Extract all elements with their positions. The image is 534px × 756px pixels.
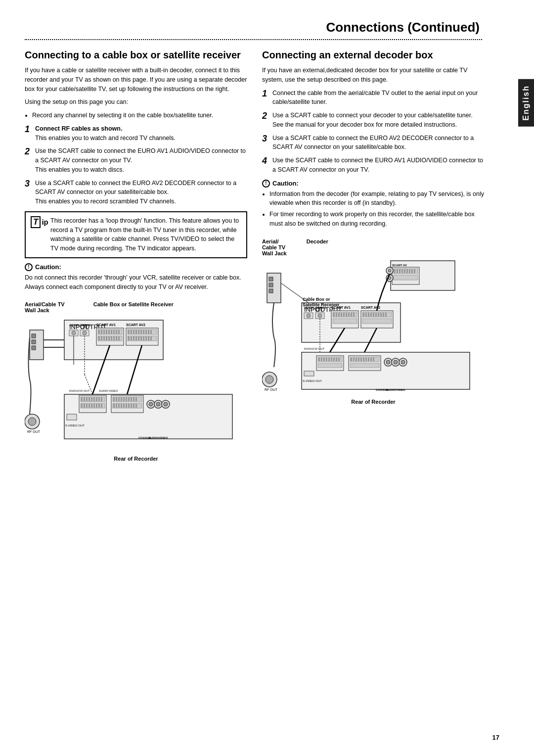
svg-rect-194 <box>328 358 330 361</box>
svg-rect-167 <box>346 313 347 317</box>
svg-rect-141 <box>406 269 408 273</box>
right-diagram-svg: SCART AV <box>262 258 485 397</box>
left-column: Connecting to a cable box or satellite r… <box>25 49 247 462</box>
svg-rect-191 <box>321 358 322 361</box>
svg-rect-69 <box>84 397 85 401</box>
svg-rect-177 <box>368 313 369 317</box>
svg-rect-100 <box>116 404 117 408</box>
step-text: Use a SCART cable to connect your decode… <box>272 111 473 130</box>
svg-rect-59 <box>148 336 149 340</box>
caution-title: ! Caution: <box>262 180 485 188</box>
svg-rect-136 <box>394 269 396 273</box>
svg-text:AUDIO/VIDEO: AUDIO/VIDEO <box>148 436 168 439</box>
svg-rect-182 <box>380 313 382 317</box>
svg-rect-57 <box>143 336 144 340</box>
svg-rect-203 <box>353 358 355 361</box>
svg-rect-189 <box>318 363 342 368</box>
svg-rect-209 <box>368 358 369 361</box>
svg-rect-24 <box>111 330 112 334</box>
svg-text:VIDEO: VIDEO <box>109 389 118 392</box>
svg-rect-85 <box>101 404 102 408</box>
left-step-3: 3 Use a SCART cable to connect the EURO … <box>25 179 247 206</box>
svg-rect-105 <box>128 404 130 408</box>
svg-rect-2 <box>32 340 36 344</box>
svg-rect-190 <box>318 358 320 361</box>
svg-rect-29 <box>101 336 102 340</box>
caution-icon: ! <box>262 180 270 188</box>
right-diagram-labels: Aerial/ Cable TV Wall Jack Decoder <box>262 238 485 256</box>
svg-rect-75 <box>98 397 100 401</box>
svg-rect-83 <box>96 404 97 408</box>
svg-text:AUDIO/VIDEO: AUDIO/VIDEO <box>386 388 405 391</box>
svg-rect-97 <box>133 397 134 401</box>
svg-rect-166 <box>343 313 345 317</box>
step-num: 1 <box>25 124 33 135</box>
left-step-1: 1 Connect RF cables as shown. This enabl… <box>25 124 247 143</box>
svg-rect-201 <box>350 363 379 368</box>
svg-rect-50 <box>150 330 152 334</box>
svg-rect-82 <box>93 404 95 408</box>
list-item: Record any channel by selecting it on th… <box>32 111 247 120</box>
svg-rect-43 <box>133 330 134 334</box>
step-text: Use a SCART cable to connect the EURO AV… <box>35 179 247 206</box>
svg-rect-72 <box>91 397 92 401</box>
right-step-4: 4 Use the SCART cable to connect the EUR… <box>262 156 485 175</box>
svg-text:DVD/VCR OUT: DVD/VCR OUT <box>304 347 325 350</box>
svg-rect-202 <box>351 358 352 361</box>
svg-rect-41 <box>128 330 130 334</box>
svg-rect-20 <box>101 330 102 334</box>
svg-rect-60 <box>150 336 152 340</box>
svg-rect-210 <box>370 358 372 361</box>
svg-rect-198 <box>338 358 340 361</box>
svg-rect-49 <box>148 330 149 334</box>
list-item: For timer recording to work properly on … <box>269 210 485 229</box>
two-col-layout: Connecting to a cable box or satellite r… <box>25 49 482 462</box>
caution-title: ! Caution: <box>25 263 247 271</box>
svg-rect-84 <box>98 404 100 408</box>
svg-rect-21 <box>103 330 105 334</box>
svg-point-110 <box>149 402 153 406</box>
right-intro: If you have an external,dedicated decode… <box>262 66 485 85</box>
page-title: Connections (Continued) <box>25 20 509 35</box>
svg-rect-192 <box>323 358 325 361</box>
svg-rect-178 <box>370 313 372 317</box>
left-diagram-labels: Aerial/Cable TV Wall Jack Cable Box or S… <box>25 301 247 313</box>
step-text: Use the SCART cable to connect the EURO … <box>35 146 247 174</box>
svg-rect-35 <box>116 336 117 340</box>
svg-rect-42 <box>131 330 132 334</box>
svg-rect-44 <box>135 330 137 334</box>
svg-rect-89 <box>113 397 115 401</box>
svg-point-112 <box>156 402 160 406</box>
svg-rect-77 <box>81 404 83 408</box>
step-text: Connect RF cables as shown. This enables… <box>35 124 176 143</box>
svg-rect-170 <box>353 313 355 317</box>
svg-point-121 <box>28 418 36 425</box>
left-step-2: 2 Use the SCART cable to connect the EUR… <box>25 146 247 174</box>
english-tab: English <box>518 79 534 127</box>
svg-rect-129 <box>269 283 273 287</box>
svg-rect-225 <box>304 371 314 376</box>
svg-rect-183 <box>383 313 384 317</box>
step-num: 1 <box>262 89 270 99</box>
step-text: Use a SCART cable to connect the EURO AV… <box>272 134 485 152</box>
right-diagram-container: Aerial/ Cable TV Wall Jack Decoder SCART… <box>262 238 485 405</box>
svg-rect-138 <box>399 269 400 273</box>
left-diagram-container: Aerial/Cable TV Wall Jack Cable Box or S… <box>25 301 247 462</box>
step-text: Connect the cable from the aerial/cable … <box>272 89 485 107</box>
svg-rect-184 <box>385 313 387 317</box>
svg-rect-26 <box>116 330 117 334</box>
svg-rect-71 <box>89 397 90 401</box>
svg-rect-161 <box>333 319 357 324</box>
svg-rect-206 <box>360 358 362 361</box>
svg-text:DVD/VCR OUT: DVD/VCR OUT <box>69 389 90 392</box>
svg-rect-101 <box>118 404 120 408</box>
svg-text:SCART AV: SCART AV <box>392 264 407 267</box>
left-section-title: Connecting to a cable box or satellite r… <box>25 49 247 61</box>
svg-rect-142 <box>409 269 410 273</box>
svg-rect-193 <box>326 358 327 361</box>
svg-rect-96 <box>131 397 132 401</box>
step-num: 4 <box>262 156 270 167</box>
svg-rect-31 <box>106 336 107 340</box>
svg-rect-93 <box>123 397 125 401</box>
svg-rect-23 <box>108 330 110 334</box>
